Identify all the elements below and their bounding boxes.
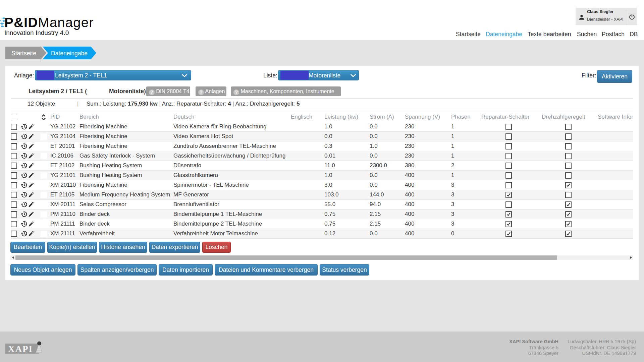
svg-text:Startseite: Startseite — [11, 50, 36, 57]
svg-text:Dateneingabe: Dateneingabe — [51, 50, 88, 57]
